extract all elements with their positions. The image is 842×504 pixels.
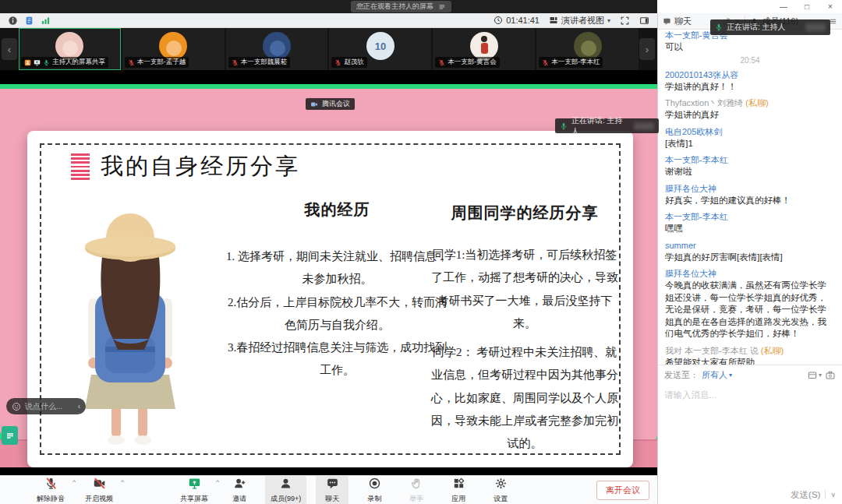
- barrage-placeholder: 说点什么...: [25, 401, 62, 412]
- experience-list: 1. 选择考研，期间未关注就业、招聘信息，未参加秋招。2.估分后，上岸目标院校几…: [226, 245, 448, 382]
- private-chat-tag: (私聊): [745, 98, 768, 107]
- chat-message: 膜拜各位大神好真实，学姐的建议真的好棒！: [665, 181, 835, 207]
- send-button[interactable]: 发送(S): [791, 489, 820, 501]
- participant-label: 本一支部-黄言会: [435, 57, 499, 68]
- apps-button[interactable]: 应用: [442, 475, 475, 504]
- message-text: 学姐讲的真好: [665, 109, 835, 122]
- blurred-watermark: [634, 122, 654, 130]
- chat-button[interactable]: 聊天: [316, 475, 348, 504]
- close-button[interactable]: ×: [819, 0, 842, 13]
- message-sender-row: 本一支部-李本红: [665, 209, 835, 223]
- participant-tile[interactable]: 本一支部魏晨菘: [226, 28, 328, 70]
- tab-chat[interactable]: 聊天: [663, 16, 692, 27]
- message-sender-row: 膜拜各位大神: [665, 181, 835, 195]
- participant-avatar: [55, 32, 83, 60]
- participant-avatar: [574, 32, 602, 60]
- message-sender-row: 我对 本一支部-李本红 说(私聊): [665, 343, 835, 357]
- security-shield-icon[interactable]: [24, 16, 34, 26]
- avatar-decor: [581, 41, 596, 56]
- gear-icon: [494, 477, 508, 493]
- video-camera-icon: [310, 100, 318, 108]
- invite-button[interactable]: 邀请: [223, 475, 256, 504]
- caption-lines-icon: [5, 431, 15, 440]
- camera-muted-icon: [93, 477, 106, 493]
- meeting-info-icon[interactable]: [8, 16, 18, 26]
- send-to-dropdown[interactable]: 所有人 ▾: [702, 369, 732, 381]
- slide-column-classmates: 周围同学的经历分享 同学1:当初选择考研，可后续秋招签了工作，动摇了想考研的决心…: [431, 203, 618, 461]
- participant-label: 本一支部魏晨菘: [228, 57, 291, 68]
- column-heading: 我的经历: [226, 199, 448, 220]
- chat-icon: [326, 477, 339, 493]
- minimize-button[interactable]: —: [772, 0, 795, 13]
- image-button[interactable]: [825, 370, 836, 381]
- toolbar-button-label: 聊天: [325, 494, 339, 504]
- maximize-button[interactable]: □: [795, 0, 819, 13]
- unmute-button[interactable]: 解除静音^: [31, 475, 70, 504]
- leave-meeting-button[interactable]: 离开会议: [596, 481, 649, 500]
- screenshot-button[interactable]: ▾: [807, 370, 822, 381]
- send-options-caret-icon[interactable]: ∨: [830, 491, 836, 499]
- collapse-arrow-icon[interactable]: ‹: [78, 402, 80, 411]
- layout-icon[interactable]: [639, 16, 649, 26]
- title-stripes-icon: [71, 153, 90, 180]
- person-icon: [279, 477, 292, 493]
- watermark-text: 腾讯会议: [322, 99, 350, 109]
- barrage-input-pill[interactable]: 说点什么... ‹: [6, 398, 86, 414]
- strip-prev-button[interactable]: ‹: [2, 38, 17, 60]
- caret-up-icon[interactable]: ^: [121, 478, 124, 485]
- chat-panel: 聊天 × 成员(116) 本一支部-黄言会可以20:542002010143张从…: [657, 13, 842, 504]
- slide-background: 我的自身经历分享: [0, 84, 657, 467]
- participant-label: 本一支部-孟子越: [125, 57, 189, 68]
- caret-up-icon[interactable]: ^: [216, 478, 219, 485]
- start-video-button[interactable]: 开启视频^: [80, 475, 119, 504]
- participant-tile[interactable]: 本一支部-黄言会: [433, 28, 535, 70]
- participant-avatar: [263, 32, 291, 60]
- message-text: [表情]1: [665, 138, 835, 150]
- caret-up-icon[interactable]: ^: [73, 478, 76, 485]
- message-sender: 膜拜各位大神: [665, 184, 716, 193]
- speaking-text: 正在讲话: 主持人: [571, 115, 630, 137]
- participant-tile[interactable]: 主持人的屏幕共享: [19, 28, 121, 70]
- message-text: 嘿嘿: [665, 223, 835, 235]
- message-sender-row: Thyfacxtion丶刘雅绮(私聊): [665, 95, 835, 109]
- toolbar-button-label: 邀请: [232, 494, 246, 504]
- settings-button[interactable]: 设置: [484, 475, 517, 504]
- participant-label: 赵茂欤: [331, 57, 367, 68]
- banner-menu-icon[interactable]: [438, 3, 446, 11]
- members-button[interactable]: 成员(99+): [265, 475, 306, 504]
- smiley-icon: [12, 402, 21, 411]
- observer-banner[interactable]: 您正在观看主持人的屏幕: [351, 1, 451, 12]
- participant-tile[interactable]: 本一支部-李本红: [536, 28, 639, 70]
- hand-icon: [410, 477, 423, 493]
- record-button[interactable]: 录制: [358, 475, 391, 504]
- fullscreen-icon[interactable]: [620, 16, 630, 26]
- send-to-value: 所有人: [702, 369, 727, 381]
- chat-bubble-icon: [663, 17, 671, 26]
- speaker-view-icon: [549, 16, 558, 25]
- chat-input[interactable]: 请输入消息...: [658, 385, 842, 485]
- avatar-decor: [481, 43, 488, 54]
- private-chat-tag: (私聊): [761, 346, 784, 355]
- experience-item: 2.估分后，上岸目标院校几率不大，转而润色简历与自我介绍。: [226, 291, 448, 337]
- caption-toggle-button[interactable]: [2, 426, 18, 445]
- strip-next-button[interactable]: ›: [639, 38, 655, 60]
- toolbar-button-label: 开启视频: [85, 494, 113, 504]
- network-signal-icon[interactable]: [41, 16, 51, 26]
- classmates-paragraph-list: 同学1:当初选择考研，可后续秋招签了工作，动摇了想考研的决心，导致考研书买了一大…: [431, 244, 618, 455]
- participant-label: 本一支部-李本红: [539, 57, 603, 68]
- apps-icon: [452, 477, 465, 493]
- message-sender: 电自205欧林剑: [665, 127, 722, 136]
- participant-tile[interactable]: 10赵茂欤: [329, 28, 431, 70]
- share-screen-button[interactable]: 共享屏幕^: [175, 475, 214, 504]
- mic-icon: [715, 23, 723, 31]
- message-text: 今晚真的收获满满，虽然还有两位学长学姐还没讲，每一位学长学姐真的好优秀，无论是保…: [665, 280, 835, 340]
- view-mode-dropdown[interactable]: 演讲者视图 ▾: [549, 15, 610, 26]
- mic-muted-icon: [44, 477, 58, 493]
- message-text: 学姐真的好厉害啊[表情][表情]: [665, 252, 835, 264]
- toolbar-button-label: 共享屏幕: [180, 494, 208, 504]
- message-sender-row: 本一支部-李本红: [665, 152, 835, 166]
- participant-name: 本一支部-李本红: [551, 58, 600, 67]
- slide-title: 我的自身经历分享: [101, 151, 300, 182]
- participant-tile[interactable]: 本一支部-孟子越: [122, 28, 225, 70]
- classmate-paragraph: 同学1:当初选择考研，可后续秋招签了工作，动摇了想考研的决心，导致考研书买了一大…: [431, 244, 618, 335]
